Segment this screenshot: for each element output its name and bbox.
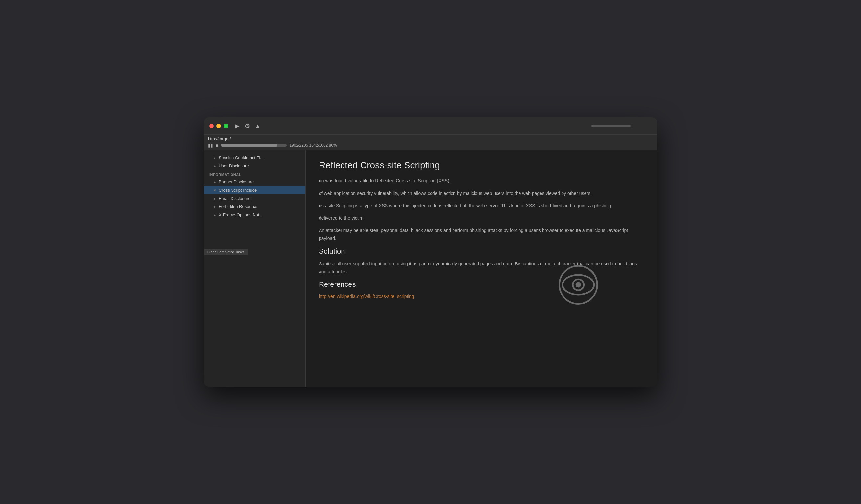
paragraph-3: oss-site Scripting is a type of XSS wher… [319, 202, 644, 210]
references-heading: References [319, 280, 644, 289]
sidebar-item-email-disclosure[interactable]: ► Email Disclosure [204, 194, 305, 202]
sidebar-item-label: Email Disclosure [219, 196, 250, 201]
content-panel: Reflected Cross-site Scripting on was fo… [306, 150, 657, 387]
progress-stats: 1902/2205 1642/1662 86% [289, 143, 337, 148]
clear-completed-tooltip[interactable]: Clear Completed Tasks [204, 249, 248, 255]
minimize-button[interactable] [216, 124, 221, 128]
sidebar-item-label: User Disclosure [219, 164, 249, 168]
solution-heading: Solution [319, 247, 644, 256]
expand-arrow-icon: ▼ [213, 188, 217, 192]
title-bar: ▶ ⚙ ▲ [204, 117, 657, 135]
toolbar: http://target/ ▮▮ ■ 1902/2205 1642/1662 … [204, 135, 657, 150]
solution-text: Sanitise all user-supplied input before … [319, 260, 644, 276]
close-button[interactable] [209, 124, 214, 128]
main-content: Clear Completed Tasks ► Session Cookie n… [204, 150, 657, 387]
paragraph-5: An attacker may be able steal personal d… [319, 227, 644, 242]
sidebar-item-label: Banner Disclosure [219, 180, 254, 184]
play-button[interactable]: ▶ [235, 122, 240, 130]
stop-button[interactable]: ■ [216, 143, 218, 148]
paragraph-1: on was found vulnerable to Reflected Cro… [319, 177, 644, 185]
page-title: Reflected Cross-site Scripting [319, 160, 644, 171]
paragraph-2: of web application security vulnerabilit… [319, 190, 644, 197]
progress-fill [221, 144, 277, 147]
mac-window: ▶ ⚙ ▲ http://target/ ▮▮ ■ 1902/2205 1642… [204, 117, 657, 387]
reference-link[interactable]: http://en.wikipedia.org/wiki/Cross-site_… [319, 294, 414, 299]
sidebar-item-label: X-Frame-Options Not... [219, 212, 263, 217]
traffic-lights [209, 124, 228, 128]
url-bar: http://target/ [208, 137, 653, 141]
sidebar-item-xframe-options[interactable]: ► X-Frame-Options Not... [204, 211, 305, 219]
title-bar-controls: ▶ ⚙ ▲ [235, 122, 260, 130]
expand-arrow-icon: ► [213, 205, 217, 209]
sidebar-item-session-cookie[interactable]: ► Session Cookie not Fl... [204, 154, 305, 162]
upload-icon: ▲ [255, 123, 260, 129]
expand-arrow-icon: ► [213, 156, 217, 160]
informational-section-header: INFORMATIONAL [204, 170, 305, 178]
sidebar-item-banner-disclosure[interactable]: ► Banner Disclosure [204, 178, 305, 186]
paragraph-4: delivered to the victim. [319, 214, 644, 222]
maximize-button[interactable] [224, 124, 228, 128]
expand-arrow-icon: ► [213, 213, 217, 217]
expand-arrow-icon: ► [213, 197, 217, 200]
title-bar-progress [591, 125, 631, 127]
progress-row: ▮▮ ■ 1902/2205 1642/1662 86% [208, 143, 653, 148]
sidebar-item-forbidden-resource[interactable]: ► Forbidden Resource [204, 202, 305, 211]
expand-arrow-icon: ► [213, 180, 217, 184]
sidebar-item-user-disclosure[interactable]: ► User Disclosure [204, 162, 305, 170]
pause-button[interactable]: ▮▮ [208, 143, 213, 148]
expand-arrow-icon: ► [213, 164, 217, 168]
sidebar: Clear Completed Tasks ► Session Cookie n… [204, 150, 306, 387]
settings-button[interactable]: ⚙ [245, 122, 250, 130]
sidebar-item-label: Session Cookie not Fl... [219, 155, 264, 160]
sidebar-item-cross-script-include[interactable]: ▼ Cross Script Include [204, 186, 305, 194]
progress-track [221, 144, 287, 147]
sidebar-item-label: Forbidden Resource [219, 204, 258, 209]
sidebar-item-label: Cross Script Include [219, 188, 257, 193]
